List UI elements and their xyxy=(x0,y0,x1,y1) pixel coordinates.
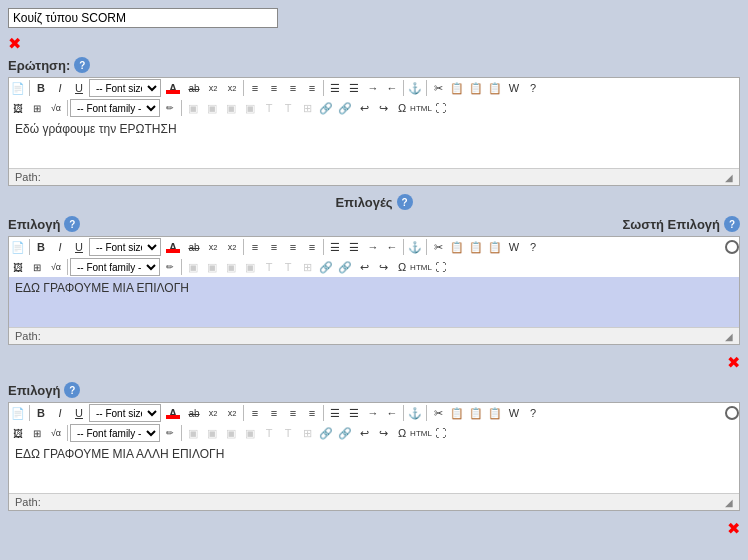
c2-ul-btn[interactable]: ☰ xyxy=(326,404,344,422)
question-align-justify-btn[interactable]: ≡ xyxy=(303,79,321,97)
question-ul-btn[interactable]: ☰ xyxy=(326,79,344,97)
question-copy-btn[interactable]: 📋 xyxy=(448,79,466,97)
c1-edit-css-btn[interactable]: ✏ xyxy=(161,258,179,276)
c2-font-size[interactable]: -- Font size -- xyxy=(89,404,161,422)
question-formula-btn[interactable]: √α xyxy=(47,99,65,117)
c2-table-btn[interactable]: ⊞ xyxy=(28,424,46,442)
question-anchor-btn[interactable]: ⚓ xyxy=(406,79,424,97)
c1-html-btn[interactable]: HTML xyxy=(412,258,430,276)
question-edit-css-btn[interactable]: ✏ xyxy=(161,99,179,117)
c2-anchor-btn[interactable]: ⚓ xyxy=(406,404,424,422)
choice2-correct-radio[interactable] xyxy=(725,406,739,420)
question-pasteplain-btn[interactable]: 📋 xyxy=(486,79,504,97)
choice1-resize-handle[interactable]: ◢ xyxy=(725,331,733,342)
question-outdent-btn[interactable]: ← xyxy=(383,79,401,97)
c2-pasteplain-btn[interactable]: 📋 xyxy=(486,404,504,422)
question-html-btn[interactable]: HTML xyxy=(412,99,430,117)
c1-font-family[interactable]: -- Font family -- xyxy=(70,258,160,276)
question-align-center-btn[interactable]: ≡ xyxy=(265,79,283,97)
c1-align-justify[interactable]: ≡ xyxy=(303,238,321,256)
c1-ul-btn[interactable]: ☰ xyxy=(326,238,344,256)
c1-sub-btn[interactable]: x2 xyxy=(204,238,222,256)
question-sub-btn[interactable]: x2 xyxy=(204,79,222,97)
c2-font-family[interactable]: -- Font family -- xyxy=(70,424,160,442)
c1-sup-btn[interactable]: x2 xyxy=(223,238,241,256)
c1-pasteplain-btn[interactable]: 📋 xyxy=(486,238,504,256)
question-font-color-btn[interactable]: A xyxy=(162,79,184,97)
delete-icon[interactable]: ✖ xyxy=(8,34,740,53)
c1-outdent-btn[interactable]: ← xyxy=(383,238,401,256)
c1-strikethrough-btn[interactable]: ab xyxy=(185,238,203,256)
c2-indent-btn[interactable]: → xyxy=(364,404,382,422)
c2-redo-btn[interactable]: ↪ xyxy=(374,424,392,442)
choice1-delete-icon[interactable]: ✖ xyxy=(727,353,740,372)
question-font-family[interactable]: -- Font family -- xyxy=(70,99,160,117)
c2-unlink-btn[interactable]: 🔗 xyxy=(336,424,354,442)
question-italic-btn[interactable]: I xyxy=(51,79,69,97)
c2-underline-btn[interactable]: U xyxy=(70,404,88,422)
choice2-help-icon[interactable]: ? xyxy=(64,382,80,398)
c2-copy-btn[interactable]: 📋 xyxy=(448,404,466,422)
c1-image-btn[interactable]: 🖼 xyxy=(9,258,27,276)
c2-align-left[interactable]: ≡ xyxy=(246,404,264,422)
c1-anchor-btn[interactable]: ⚓ xyxy=(406,238,424,256)
c2-align-justify[interactable]: ≡ xyxy=(303,404,321,422)
c1-font-size[interactable]: -- Font size -- xyxy=(89,238,161,256)
c2-ol-btn[interactable]: ☰ xyxy=(345,404,363,422)
c1-font-color-btn[interactable]: A xyxy=(162,238,184,256)
c2-sup-btn[interactable]: x2 xyxy=(223,404,241,422)
c1-fullscreen-btn[interactable]: ⛶ xyxy=(431,258,449,276)
c2-word-btn[interactable]: W xyxy=(505,404,523,422)
question-image-btn[interactable]: 🖼 xyxy=(9,99,27,117)
c2-help-btn[interactable]: ? xyxy=(524,404,542,422)
choice1-content-area[interactable]: ΕΔΩ ΓΡΑΦΟΥΜΕ ΜΙΑ ΕΠΙΛΟΓΗ xyxy=(9,277,739,327)
choice2-content-area[interactable]: ΕΔΩ ΓΡΑΦΟΥΜΕ ΜΙΑ ΑΛΛΗ ΕΠΙΛΟΓΗ xyxy=(9,443,739,493)
question-help-btn[interactable]: ? xyxy=(524,79,542,97)
question-ol-btn[interactable]: ☰ xyxy=(345,79,363,97)
question-underline-btn[interactable]: U xyxy=(70,79,88,97)
c1-omega-btn[interactable]: Ω xyxy=(393,258,411,276)
c2-align-right[interactable]: ≡ xyxy=(284,404,302,422)
c1-undo-btn[interactable]: ↩ xyxy=(355,258,373,276)
c2-html-btn[interactable]: HTML xyxy=(412,424,430,442)
c1-ol-btn[interactable]: ☰ xyxy=(345,238,363,256)
c2-undo-btn[interactable]: ↩ xyxy=(355,424,373,442)
c1-redo-btn[interactable]: ↪ xyxy=(374,258,392,276)
c2-formula-btn[interactable]: √α xyxy=(47,424,65,442)
question-link-btn[interactable]: 🔗 xyxy=(317,99,335,117)
c1-align-left[interactable]: ≡ xyxy=(246,238,264,256)
question-indent-btn[interactable]: → xyxy=(364,79,382,97)
choice2-resize-handle[interactable]: ◢ xyxy=(725,497,733,508)
question-font-size[interactable]: -- Font size -- xyxy=(89,79,161,97)
c2-link-btn[interactable]: 🔗 xyxy=(317,424,335,442)
c1-bold-btn[interactable]: B xyxy=(32,238,50,256)
question-sup-btn[interactable]: x2 xyxy=(223,79,241,97)
c1-formula-btn[interactable]: √α xyxy=(47,258,65,276)
c2-omega-btn[interactable]: Ω xyxy=(393,424,411,442)
c2-edit-css-btn[interactable]: ✏ xyxy=(161,424,179,442)
question-bold-btn[interactable]: B xyxy=(32,79,50,97)
question-fullscreen-btn[interactable]: ⛶ xyxy=(431,99,449,117)
c1-doc-btn[interactable]: 📄 xyxy=(9,238,27,256)
choice1-help-icon[interactable]: ? xyxy=(64,216,80,232)
question-paste-btn[interactable]: 📋 xyxy=(467,79,485,97)
c1-table-btn[interactable]: ⊞ xyxy=(28,258,46,276)
choices-help-icon[interactable]: ? xyxy=(397,194,413,210)
c2-align-center[interactable]: ≡ xyxy=(265,404,283,422)
c2-image-btn[interactable]: 🖼 xyxy=(9,424,27,442)
c2-fullscreen-btn[interactable]: ⛶ xyxy=(431,424,449,442)
question-strikethrough-btn[interactable]: ab xyxy=(185,79,203,97)
question-help-icon[interactable]: ? xyxy=(74,57,90,73)
question-content-area[interactable]: Εδώ γράφουμε την ΕΡΩΤΗΣΗ xyxy=(9,118,739,168)
c2-doc-btn[interactable]: 📄 xyxy=(9,404,27,422)
question-table-btn[interactable]: ⊞ xyxy=(28,99,46,117)
question-omega-btn[interactable]: Ω xyxy=(393,99,411,117)
c1-paste-btn[interactable]: 📋 xyxy=(467,238,485,256)
choice2-delete-icon[interactable]: ✖ xyxy=(727,519,740,538)
c2-font-color-btn[interactable]: A xyxy=(162,404,184,422)
question-unlink-btn[interactable]: 🔗 xyxy=(336,99,354,117)
question-cut-btn[interactable]: ✂ xyxy=(429,79,447,97)
question-undo-btn[interactable]: ↩ xyxy=(355,99,373,117)
choice1-correct-radio[interactable] xyxy=(725,240,739,254)
question-resize-handle[interactable]: ◢ xyxy=(725,172,733,183)
